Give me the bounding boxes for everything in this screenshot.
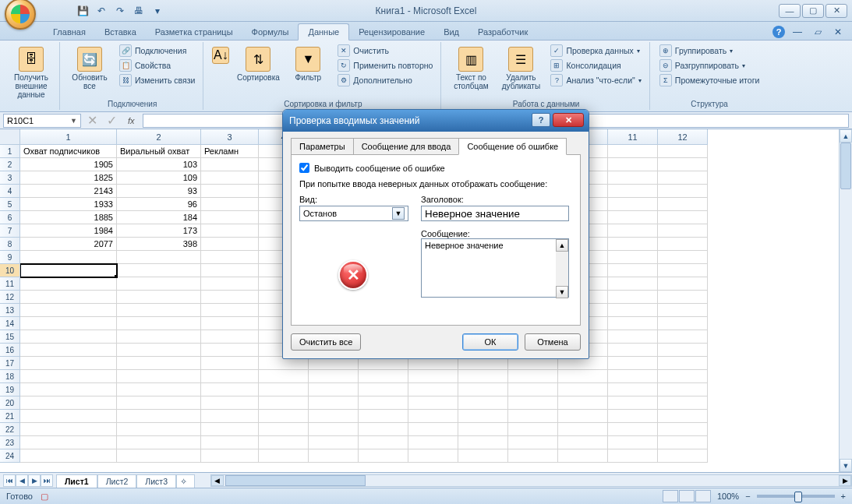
group-button[interactable]: ⊕Группировать▾ (656, 44, 763, 58)
cell[interactable] (658, 449, 708, 463)
cell[interactable] (658, 410, 708, 423)
cell[interactable] (20, 449, 117, 463)
cell[interactable] (20, 423, 117, 436)
cell[interactable] (117, 397, 201, 410)
chevron-down-icon[interactable]: ▼ (392, 207, 405, 220)
cell[interactable] (608, 264, 658, 277)
row-header[interactable]: 21 (0, 410, 20, 423)
cell[interactable]: 398 (117, 238, 201, 251)
cell[interactable] (408, 383, 458, 397)
close-button[interactable]: ✕ (825, 4, 847, 18)
cell[interactable] (408, 449, 458, 463)
first-sheet-icon[interactable]: ⏮ (3, 474, 16, 487)
cell[interactable] (359, 436, 408, 449)
cell[interactable] (201, 198, 259, 211)
cell[interactable] (20, 383, 117, 397)
cell[interactable] (658, 304, 708, 317)
cell[interactable] (658, 224, 708, 238)
cell[interactable] (458, 423, 508, 436)
cell[interactable] (117, 317, 201, 330)
cell[interactable] (117, 291, 201, 304)
row-header[interactable]: 9 (0, 251, 20, 264)
cell[interactable] (408, 410, 458, 423)
cell[interactable] (608, 370, 658, 383)
column-header[interactable]: 1 (20, 129, 117, 145)
cell[interactable] (608, 238, 658, 251)
cell[interactable] (608, 158, 658, 171)
cell[interactable]: Рекламн (201, 145, 259, 158)
cell[interactable] (608, 171, 658, 185)
cell[interactable] (201, 304, 259, 317)
row-header[interactable]: 17 (0, 357, 20, 370)
refresh-all-button[interactable]: 🔄 Обновитьвсе (66, 44, 113, 93)
cell[interactable] (20, 370, 117, 383)
cell[interactable] (658, 357, 708, 370)
dialog-tab-settings[interactable]: Параметры (291, 138, 354, 155)
vertical-scrollbar[interactable]: ▲ ▼ (839, 129, 852, 472)
doc-restore-icon[interactable]: ▱ (810, 24, 825, 40)
cell[interactable] (201, 317, 259, 330)
column-header[interactable]: 11 (608, 129, 658, 145)
office-button[interactable] (5, 0, 36, 30)
cell[interactable] (359, 410, 408, 423)
show-error-checkbox[interactable] (299, 163, 309, 173)
cell[interactable] (117, 344, 201, 357)
dialog-help-button[interactable]: ? (532, 113, 550, 127)
cell[interactable] (117, 277, 201, 291)
cell[interactable]: 96 (117, 198, 201, 211)
cell[interactable] (508, 383, 558, 397)
cell[interactable] (359, 383, 408, 397)
chevron-down-icon[interactable]: ▼ (70, 117, 77, 125)
cell[interactable] (508, 436, 558, 449)
cell[interactable] (608, 383, 658, 397)
cell[interactable] (658, 330, 708, 344)
cell[interactable] (658, 238, 708, 251)
zoom-out-icon[interactable]: − (745, 492, 750, 501)
cell[interactable] (201, 211, 259, 224)
maximize-button[interactable]: ▢ (802, 4, 824, 18)
next-sheet-icon[interactable]: ▶ (28, 474, 41, 487)
cell[interactable] (117, 436, 201, 449)
cell[interactable] (259, 449, 309, 463)
new-sheet-icon[interactable]: ✧ (176, 474, 195, 488)
cell[interactable] (408, 436, 458, 449)
clear-all-button[interactable]: Очистить все (291, 333, 361, 351)
select-all-corner[interactable] (0, 129, 20, 145)
cell[interactable] (458, 397, 508, 410)
cell[interactable] (20, 357, 117, 370)
sheet-tab-1[interactable]: Лист1 (56, 474, 97, 488)
cell[interactable] (117, 330, 201, 344)
cell[interactable] (658, 198, 708, 211)
data-validation-button[interactable]: ✓Проверка данных▾ (547, 44, 644, 58)
scroll-down-icon[interactable]: ▼ (556, 286, 568, 298)
cell[interactable] (201, 410, 259, 423)
cell[interactable]: 184 (117, 211, 201, 224)
minimize-button[interactable]: — (779, 4, 801, 18)
cell[interactable] (117, 251, 201, 264)
row-header[interactable]: 22 (0, 423, 20, 436)
cell[interactable] (508, 449, 558, 463)
ok-button[interactable]: ОК (462, 333, 518, 351)
scroll-right-icon[interactable]: ▶ (839, 475, 851, 486)
cell[interactable] (458, 370, 508, 383)
cell[interactable] (20, 330, 117, 344)
cell[interactable] (658, 185, 708, 198)
cell[interactable]: 1984 (20, 224, 117, 238)
cell[interactable] (658, 291, 708, 304)
row-header[interactable]: 2 (0, 158, 20, 171)
cell[interactable] (20, 304, 117, 317)
cell[interactable] (309, 436, 359, 449)
ungroup-button[interactable]: ⊖Разгруппировать▾ (656, 58, 763, 72)
normal-view-button[interactable] (663, 490, 678, 502)
row-header[interactable]: 13 (0, 304, 20, 317)
ribbon-minimize-icon[interactable]: — (790, 24, 805, 40)
cell[interactable]: 2077 (20, 238, 117, 251)
sheet-tab-2[interactable]: Лист2 (97, 474, 137, 488)
cell[interactable] (658, 383, 708, 397)
row-header[interactable]: 24 (0, 449, 20, 463)
cell[interactable] (201, 423, 259, 436)
cell[interactable] (201, 449, 259, 463)
clear-filter-button[interactable]: ✕Очистить (334, 44, 436, 58)
cell[interactable] (508, 370, 558, 383)
cell[interactable] (508, 423, 558, 436)
